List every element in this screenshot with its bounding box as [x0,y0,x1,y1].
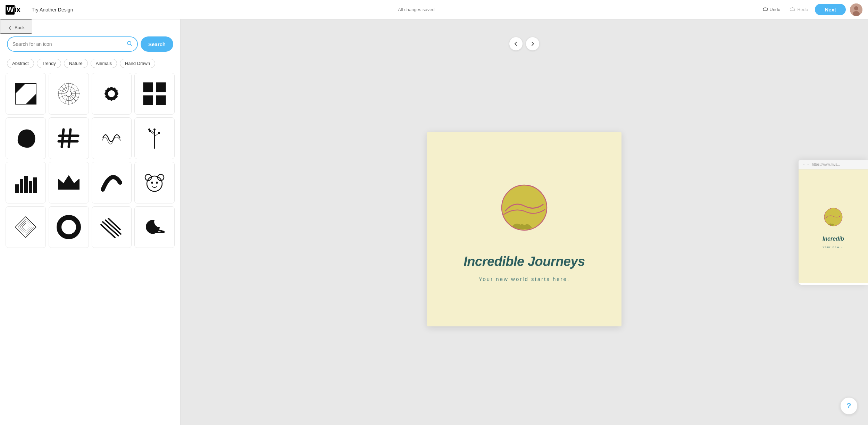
nav-divider [26,5,26,15]
svg-line-38 [69,130,70,147]
svg-point-57 [151,182,153,184]
svg-rect-36 [156,95,166,105]
website-preview-peek: ← → https://www.mys... Incredib Your new… [799,160,868,285]
svg-line-17 [61,96,66,101]
svg-marker-61 [20,221,32,233]
svg-marker-62 [22,223,30,231]
icon-bars [14,170,38,195]
icon-grid-wrapper [0,72,180,425]
icon-square-diagonal [14,82,38,106]
icon-cell-geo-circle[interactable] [6,206,46,248]
svg-point-54 [147,176,162,191]
svg-rect-53 [33,177,37,193]
undo-label: Undo [769,7,780,12]
next-button[interactable]: Next [815,4,846,15]
svg-marker-60 [18,219,34,235]
icon-cell-plant[interactable] [134,117,175,159]
svg-point-47 [158,132,160,134]
undo-icon [762,7,768,12]
icon-cell-grid4[interactable] [134,73,175,115]
icon-plant [142,126,167,150]
redo-label: Redo [797,7,808,12]
svg-line-37 [62,130,64,147]
icon-cell-ring[interactable] [49,206,89,248]
redo-button[interactable]: Redo [787,5,811,15]
canvas-area: Incredible Journeys Your new world start… [181,19,868,425]
tag-hand-drawn[interactable]: Hand Drawn [120,59,155,68]
icon-cell-sunburst[interactable] [49,73,89,115]
icon-cell-hashtag[interactable] [49,117,89,159]
icon-cell-wave[interactable] [92,117,132,159]
svg-line-15 [61,86,66,91]
chevron-right-icon [530,41,535,46]
icon-grid [6,73,175,248]
icon-cell-swoosh[interactable] [92,162,132,203]
svg-marker-5 [15,83,26,94]
svg-rect-51 [24,176,28,193]
logo-emblem [490,176,559,246]
peek-logo-emblem [819,205,847,232]
icon-blob [14,126,38,150]
browser-bar: ← → https://www.mys... [799,160,868,169]
logo-preview-card: Incredible Journeys Your new world start… [427,132,621,326]
icon-cell-crown[interactable] [49,162,89,203]
search-area: Search [0,34,180,56]
svg-rect-52 [29,181,32,193]
tag-animals[interactable]: Animals [91,59,117,68]
prev-design-button[interactable] [509,37,523,51]
undo-button[interactable]: Undo [759,5,783,15]
svg-point-46 [148,128,150,131]
icon-cell-crescent[interactable] [134,206,175,248]
svg-rect-35 [143,95,153,105]
search-button[interactable]: Search [141,36,173,52]
all-changes-saved: All changes saved [398,7,435,12]
icon-cell-flower[interactable] [92,73,132,115]
svg-line-14 [71,86,76,91]
search-icon [127,41,132,48]
svg-rect-33 [143,82,153,92]
next-design-button[interactable] [526,37,540,51]
avatar[interactable] [850,3,862,16]
icon-crescent [142,215,167,239]
icon-cell-stripes[interactable] [92,206,132,248]
peek-title: Incredib [823,236,844,242]
icon-cell-blob[interactable] [6,117,46,159]
svg-point-48 [153,128,156,131]
back-label: Back [15,25,25,30]
icon-grid4 [142,82,167,106]
icon-swoosh [99,170,124,195]
icon-cell-bear[interactable] [134,162,175,203]
svg-point-58 [156,182,158,184]
back-arrow-icon [8,25,12,30]
peek-content: Incredib Your new... [799,169,868,283]
icon-cell-bars[interactable] [6,162,46,203]
icon-geo-circle [14,215,38,239]
redo-icon [790,7,795,12]
svg-point-7 [66,91,72,97]
nav-right-actions: Undo Redo Next [759,3,862,16]
try-another-design-label[interactable]: Try Another Design [32,7,73,12]
svg-marker-59 [15,217,36,238]
browser-url: https://www.mys... [812,162,840,166]
icon-crown [57,170,81,195]
search-input[interactable] [12,41,124,47]
icon-hashtag [57,126,81,150]
main-area: Back Search Abstract Trendy Nat [0,19,868,425]
user-avatar-image [850,3,862,16]
browser-arrows: ← → [802,162,810,166]
svg-point-64 [65,224,72,231]
tag-trendy[interactable]: Trendy [37,59,61,68]
tag-abstract[interactable]: Abstract [7,59,34,68]
logo-subtitle: Your new world starts here. [479,276,570,282]
icon-cell-square-diagonal[interactable] [6,73,46,115]
back-button[interactable]: Back [0,19,32,34]
svg-point-1 [854,6,858,10]
icon-sunburst [57,82,81,106]
logo-icon [490,176,559,247]
nav-center: All changes saved [78,7,754,12]
search-row: Search [7,36,173,52]
help-button[interactable]: ? [840,397,858,415]
chevron-left-icon [514,41,518,46]
icon-flower [99,82,124,106]
tag-nature[interactable]: Nature [64,59,88,68]
